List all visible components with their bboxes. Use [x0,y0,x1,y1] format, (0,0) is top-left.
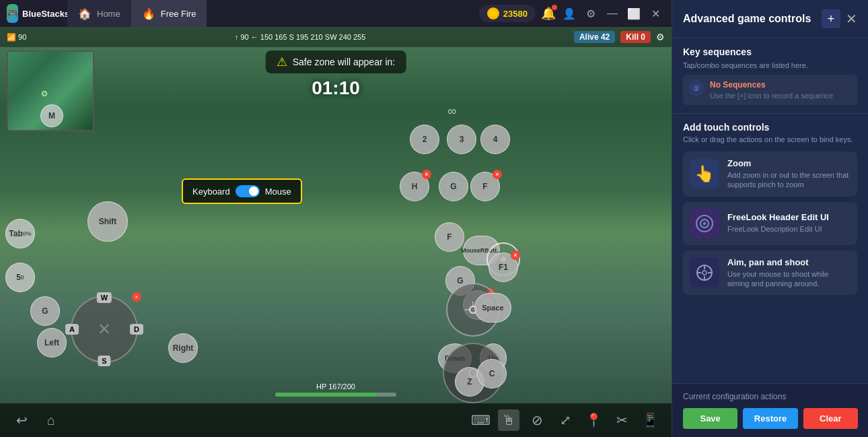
safe-zone-text: Safe zone will appear in: [293,57,396,67]
keyboard-toggle-btn[interactable]: ⌨ [470,409,491,431]
close-wasd[interactable]: × [132,292,141,302]
close-f1-btn[interactable]: × [511,250,520,260]
wifi-indicator: 📶 90 [7,33,26,42]
zoom-card-text: Zoom Add zoom in or out to the screen th… [727,158,851,190]
coin-value: 23580 [503,9,528,19]
bluestacks-icon: 🎮 [7,4,18,23]
restore-button[interactable]: Restore [743,408,797,429]
btn-shift[interactable]: Shift [87,201,128,242]
btn-f-top[interactable]: F × [470,172,500,201]
aim-card-desc: Use your mouse to shoot while aiming and… [727,269,851,289]
hp-bar: HP 167/200 [275,382,396,397]
hud-top-bar: 📶 90 ↑ 90 ← 150 165 S 195 210 SW 240 255… [0,27,672,47]
touch-controls-desc: Click or drag the actions on the screen … [683,135,857,143]
freelook-control-card[interactable]: FreeLook Header Edit UI FreeLook Descrip… [683,202,857,245]
btn-f-mid[interactable]: F [435,222,464,252]
btn-right[interactable]: Right [168,333,198,363]
settings-icon[interactable]: ⚙ [583,5,599,22]
panel-header: Advanced game controls + ✕ [672,0,868,38]
freelook-card-text: FreeLook Header Edit UI FreeLook Descrip… [727,212,851,234]
save-button[interactable]: Save [683,408,737,429]
btn-f1[interactable]: F1 × [489,253,518,282]
close-button[interactable]: ✕ [647,5,663,22]
phone-btn[interactable]: 📱 [639,409,661,431]
sequence-badge: ① [688,80,704,96]
btn-m[interactable]: M [40,104,63,127]
btn-a[interactable]: A [65,324,79,335]
notification-dot [552,5,557,10]
btn-w[interactable]: W [97,292,112,303]
compass: ↑ 90 ← 150 165 S 195 210 SW 240 255 [235,33,365,41]
game-viewport: 📶 90 ↑ 90 ← 150 165 S 195 210 SW 240 255… [0,27,672,437]
btn-2[interactable]: 2 [410,125,439,154]
btn-d[interactable]: D [130,324,143,335]
btn-g-left[interactable]: G [30,296,60,326]
key-sequences-section: Key sequences Tap/combo sequences are li… [672,38,868,114]
location-btn[interactable]: 📍 [583,409,604,431]
bottom-left-controls: ↩ ⌂ [11,409,62,431]
notification-bell[interactable]: 🔔 [541,6,556,21]
btn-g-right[interactable]: G [439,172,468,201]
panel-title: Advanced game controls [683,13,811,25]
gamepad-btn[interactable]: ⊘ [526,409,548,431]
tab-free-fire-label: Free Fire [161,9,196,19]
btn-space[interactable]: Space [474,293,511,323]
btn-tab[interactable]: Tab0% [5,219,35,248]
no-sequences-text: No Sequences Use the [+] icon to record … [710,80,833,100]
back-button[interactable]: ↩ [11,409,32,431]
tab-home[interactable]: 🏠 Home [67,0,131,27]
fullscreen-btn[interactable]: ⤢ [554,409,576,431]
btn-3[interactable]: 3 [447,125,476,154]
aim-control-card[interactable]: Aim, pan and shoot Use your mouse to sho… [683,250,857,296]
bottom-right-controls: ⌨ 🖱 ⊘ ⤢ 📍 ✂ 📱 [470,409,661,431]
aim-card-title: Aim, pan and shoot [727,257,851,267]
kill-badge: Kill 0 [620,31,651,43]
config-footer-title: Current configuration actions [683,392,858,401]
mouse-toggle-btn[interactable]: 🖱 [498,409,519,431]
toggle-knob [249,187,258,196]
btn-c[interactable]: C [477,359,507,389]
maximize-button[interactable]: ⬜ [626,5,642,22]
btn-4[interactable]: 4 [480,125,510,154]
btn-s[interactable]: S [98,356,110,366]
clear-button[interactable]: Clear [803,408,858,429]
close-h-btn[interactable]: × [422,170,431,179]
coin-counter: 23580 [479,5,536,22]
hud-settings-icon[interactable]: ⚙ [656,32,665,42]
aim-card-text: Aim, pan and shoot Use your mouse to sho… [727,257,851,289]
hp-track [275,393,396,397]
btn-5[interactable]: 50 [5,263,35,292]
tab-free-fire[interactable]: 🔥 Free Fire [131,0,207,27]
close-f-top-btn[interactable]: × [493,170,502,179]
app-name: BlueStacks [22,9,69,19]
no-sequences-card: ① No Sequences Use the [+] icon to recor… [683,75,857,105]
add-sequence-button[interactable]: + [822,9,840,28]
svg-point-2 [703,222,706,225]
minimize-button[interactable]: — [604,5,620,22]
tab-home-label: Home [97,9,120,19]
aim-cross-h [465,310,469,310]
btn-left[interactable]: Left [37,328,67,358]
home-button[interactable]: ⌂ [40,409,62,431]
key-sequences-subtitle: Tap/combo sequences are listed here. [683,61,857,69]
warning-icon: ⚠ [277,55,287,69]
status-bar: Alive 42 Kill 0 ⚙ [574,31,665,43]
bottom-bar: ↩ ⌂ ⌨ 🖱 ⊘ ⤢ 📍 ✂ 📱 [0,403,672,437]
aim-cross-v [473,302,474,306]
zoom-control-card[interactable]: 👆 Zoom Add zoom in or out to the screen … [683,152,857,197]
hp-fill [275,393,376,397]
panel-close-button[interactable]: ✕ [846,11,857,27]
keyboard-label: Keyboard [192,187,230,197]
key-sequences-title: Key sequences [683,46,857,57]
screenshot-btn[interactable]: ✂ [611,409,632,431]
aim-icon [690,258,719,288]
config-buttons: Save Restore Clear [683,408,858,429]
no-sequences-desc: Use the [+] icon to record a sequence [710,92,833,100]
account-icon[interactable]: 👤 [561,5,577,22]
panel-content: Key sequences Tap/combo sequences are li… [672,38,868,437]
toggle-switch[interactable] [236,185,260,197]
no-sequences-title: No Sequences [710,80,833,90]
touch-controls-title: Add touch controls [683,122,857,133]
btn-h[interactable]: H × [400,172,429,201]
infinity-icon: ∞ [447,104,456,119]
